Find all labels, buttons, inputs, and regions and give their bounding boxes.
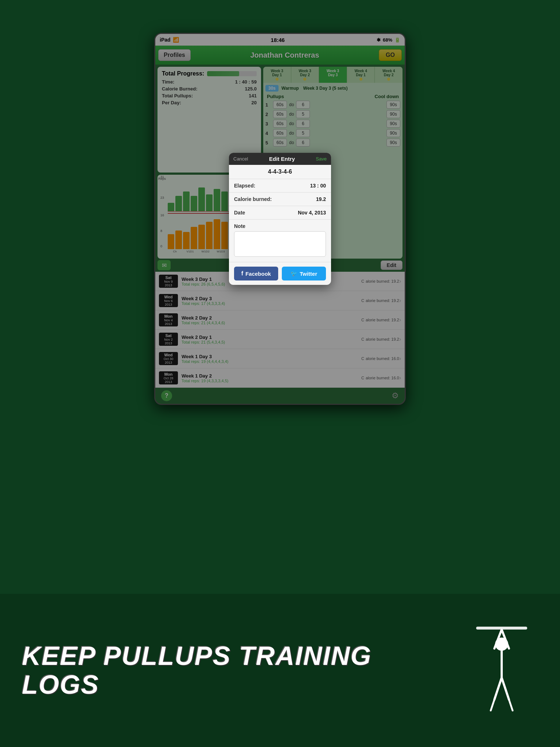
banner-line1: KEEP PULLUPS TRAINING (22, 642, 465, 670)
edit-entry-modal: Cancel Edit Entry Save 4-4-3-4-6 Elapsed… (229, 153, 331, 285)
modal-date-label: Date (234, 210, 245, 216)
svg-line-5 (494, 678, 502, 700)
app-content: Total Progress: Time: 1 : 40 : 59 Calori… (155, 65, 405, 404)
modal-overlay: Cancel Edit Entry Save 4-4-3-4-6 Elapsed… (155, 34, 405, 404)
twitter-icon: 🐦 (291, 270, 298, 277)
bottom-banner: KEEP PULLUPS TRAINING LOGS (0, 594, 560, 747)
modal-note-input[interactable] (234, 231, 326, 257)
modal-cancel-button[interactable]: Cancel (233, 156, 248, 162)
modal-note-label: Note (234, 223, 326, 229)
modal-elapsed-value: 13 : 00 (310, 183, 326, 189)
banner-text: KEEP PULLUPS TRAINING LOGS (22, 642, 465, 699)
modal-date-value: Nov 4, 2013 (298, 210, 326, 216)
modal-save-button[interactable]: Save (316, 156, 327, 162)
svg-point-4 (495, 638, 508, 651)
modal-calorie-value: 19.2 (316, 196, 326, 202)
banner-line2: LOGS (22, 670, 465, 699)
modal-elapsed-field: Elapsed: 13 : 00 (229, 179, 331, 193)
twitter-button[interactable]: 🐦 Twitter (282, 267, 326, 280)
pullup-figure (465, 616, 538, 725)
modal-title: Edit Entry (248, 156, 316, 162)
modal-social-buttons: f Facebook 🐦 Twitter (229, 262, 331, 285)
modal-header: Cancel Edit Entry Save (229, 153, 331, 165)
facebook-icon: f (241, 270, 243, 277)
modal-workout-code: 4-4-3-4-6 (229, 165, 331, 179)
modal-note-section: Note (229, 220, 331, 262)
modal-calorie-field: Calorie burned: 19.2 (229, 193, 331, 206)
pullup-svg (472, 619, 531, 721)
modal-body: 4-4-3-4-6 Elapsed: 13 : 00 Calorie burne… (229, 165, 331, 285)
svg-line-7 (491, 700, 494, 711)
facebook-label: Facebook (245, 271, 271, 277)
twitter-label: Twitter (300, 271, 317, 277)
facebook-button[interactable]: f Facebook (234, 267, 278, 280)
modal-calorie-label: Calorie burned: (234, 196, 272, 202)
svg-line-8 (509, 700, 513, 711)
modal-elapsed-label: Elapsed: (234, 183, 255, 189)
svg-line-6 (502, 678, 509, 700)
modal-date-section: Date Nov 4, 2013 (229, 206, 331, 220)
